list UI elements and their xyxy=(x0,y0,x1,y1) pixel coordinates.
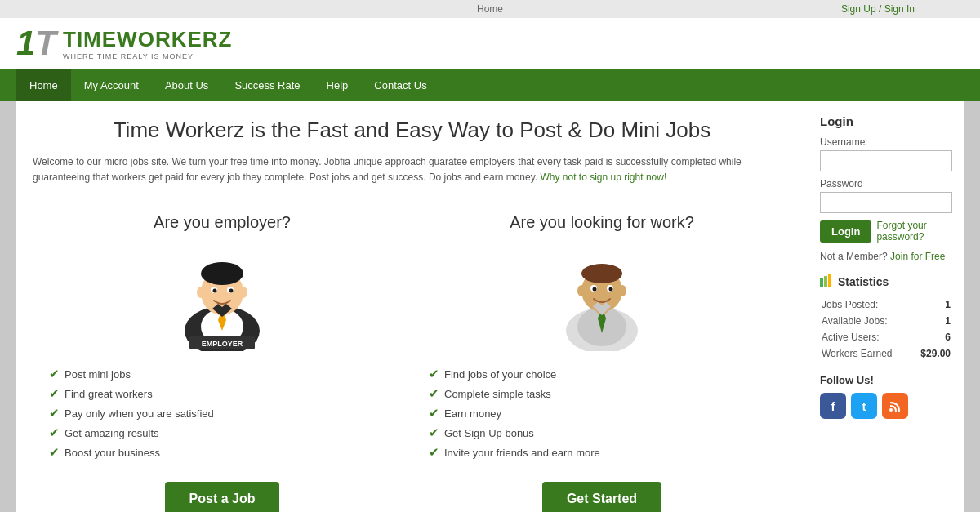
logo-text: TIMEWORKERZ WHERE TIME REALY IS MONEY xyxy=(63,27,232,60)
svg-point-21 xyxy=(577,285,586,296)
worker-section: Are you looking for work? xyxy=(412,205,791,512)
content-area: Time Workerz is the Fast and Easy Way to… xyxy=(16,101,808,512)
worker-avatar xyxy=(557,245,647,351)
nav-item-about[interactable]: About Us xyxy=(152,69,221,101)
svg-rect-29 xyxy=(824,276,827,287)
svg-point-10 xyxy=(213,289,217,293)
nav-item-account[interactable]: My Account xyxy=(71,69,152,101)
top-bar: Home Sign Up / Sign In xyxy=(0,0,980,18)
employer-title: Are you employer? xyxy=(49,213,395,232)
header: 1T TIMEWORKERZ WHERE TIME REALY IS MONEY xyxy=(0,18,980,69)
username-input[interactable] xyxy=(820,150,952,171)
stat-label-jobs-posted: Jobs Posted: xyxy=(822,297,911,312)
svg-point-6 xyxy=(197,287,205,298)
page-title: Time Workerz is the Fast and Easy Way to… xyxy=(33,118,791,143)
employer-feature-3: ✔Pay only when you are satisfied xyxy=(49,403,395,423)
post-job-button[interactable]: Post a Job xyxy=(165,482,280,512)
svg-text:EMPLOYER: EMPLOYER xyxy=(202,340,243,348)
stats-row-available: Available Jobs: 1 xyxy=(822,314,951,328)
sidebar: Login Username: Password Login Forgot yo… xyxy=(808,101,964,512)
stat-label-workers-earned: Workers Earned xyxy=(822,346,911,361)
get-started-button[interactable]: Get Started xyxy=(542,482,662,512)
svg-point-26 xyxy=(609,287,613,292)
svg-point-7 xyxy=(239,287,247,298)
nav-item-help[interactable]: Help xyxy=(314,69,362,101)
worker-features: ✔Find jobs of your choice ✔Complete simp… xyxy=(429,364,775,462)
social-icons: f t xyxy=(820,393,952,419)
employer-feature-1: ✔Post mini jobs xyxy=(49,364,395,384)
username-label: Username: xyxy=(820,136,952,148)
stat-label-available: Available Jobs: xyxy=(822,314,911,328)
stats-row-jobs-posted: Jobs Posted: 1 xyxy=(822,297,951,312)
stats-icon xyxy=(820,274,833,289)
svg-point-25 xyxy=(593,287,597,292)
worker-feature-2: ✔Complete simple tasks xyxy=(429,384,775,403)
worker-title: Are you looking for work? xyxy=(429,213,775,232)
stats-row-active-users: Active Users: 6 xyxy=(822,330,951,345)
svg-rect-28 xyxy=(820,278,823,287)
facebook-icon[interactable]: f xyxy=(820,393,846,419)
stats-table: Jobs Posted: 1 Available Jobs: 1 Active … xyxy=(820,296,952,363)
stat-val-workers-earned: $29.00 xyxy=(913,346,951,361)
stat-val-available: 1 xyxy=(913,314,951,328)
join-free-link[interactable]: Join for Free xyxy=(890,251,945,262)
signup-signin-link[interactable]: Sign Up / Sign In xyxy=(841,3,915,15)
stat-val-jobs-posted: 1 xyxy=(913,297,951,312)
svg-point-22 xyxy=(618,285,626,296)
logo-icon: 1T xyxy=(16,26,56,60)
two-column-section: Are you employer? xyxy=(33,205,791,512)
forgot-password-link[interactable]: Forgot your password? xyxy=(876,220,952,243)
stat-val-active-users: 6 xyxy=(913,330,951,345)
worker-feature-1: ✔Find jobs of your choice xyxy=(429,364,775,384)
worker-feature-3: ✔Earn money xyxy=(429,403,775,423)
employer-feature-2: ✔Find great workers xyxy=(49,384,395,403)
login-title: Login xyxy=(820,114,952,128)
password-input[interactable] xyxy=(820,192,952,213)
stats-header: Statistics xyxy=(820,274,952,289)
worker-feature-4: ✔Get Sign Up bonus xyxy=(429,423,775,443)
employer-feature-4: ✔Get amazing results xyxy=(49,423,395,443)
stats-title: Statistics xyxy=(838,275,889,288)
nav: Home My Account About Us Success Rate He… xyxy=(0,69,980,101)
svg-point-11 xyxy=(229,289,234,293)
top-home-label: Home xyxy=(477,3,503,15)
logo-name: TIMEWORKERZ xyxy=(63,27,232,52)
intro-text: Welcome to our micro jobs site. We turn … xyxy=(33,154,791,185)
password-label: Password xyxy=(820,178,952,189)
employer-feature-5: ✔Boost your business xyxy=(49,443,395,462)
login-button[interactable]: Login xyxy=(820,220,871,243)
employer-features: ✔Post mini jobs ✔Find great workers ✔Pay… xyxy=(49,364,395,462)
nav-item-contact[interactable]: Contact Us xyxy=(361,69,439,101)
main-container: Time Workerz is the Fast and Easy Way to… xyxy=(16,101,964,512)
signup-signin-area[interactable]: Sign Up / Sign In xyxy=(841,3,915,15)
worker-feature-5: ✔Invite your friends and earn more xyxy=(429,443,775,462)
not-member-text: Not a Member? Join for Free xyxy=(820,251,952,262)
logo: 1T TIMEWORKERZ WHERE TIME REALY IS MONEY xyxy=(16,26,232,60)
svg-point-20 xyxy=(581,264,622,283)
svg-point-31 xyxy=(889,408,893,412)
employer-avatar: EMPLOYER xyxy=(173,245,271,351)
stat-label-active-users: Active Users: xyxy=(822,330,911,345)
twitter-icon[interactable]: t xyxy=(851,393,877,419)
signup-link[interactable]: Why not to sign up right now! xyxy=(540,171,666,183)
svg-rect-30 xyxy=(828,274,831,287)
follow-title: Follow Us! xyxy=(820,374,952,386)
employer-section: Are you employer? xyxy=(33,205,412,512)
nav-item-success[interactable]: Success Rate xyxy=(221,69,313,101)
logo-tagline: WHERE TIME REALY IS MONEY xyxy=(63,52,232,60)
nav-item-home[interactable]: Home xyxy=(16,69,71,101)
svg-point-5 xyxy=(201,262,243,285)
rss-icon[interactable] xyxy=(882,393,908,419)
stats-row-workers-earned: Workers Earned $29.00 xyxy=(822,346,951,361)
